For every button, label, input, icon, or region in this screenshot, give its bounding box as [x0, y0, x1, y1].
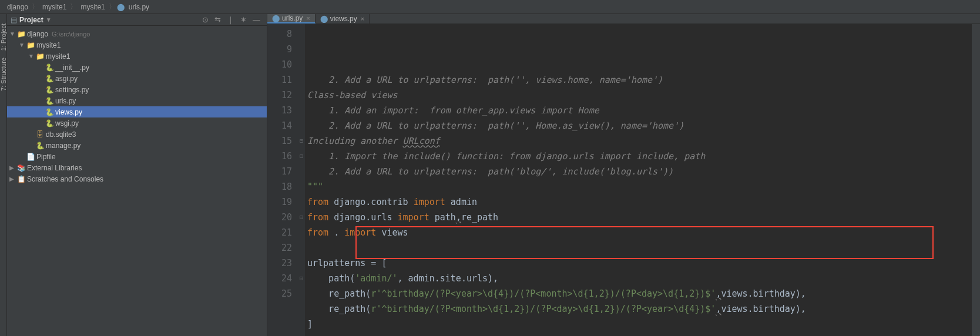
- code-line[interactable]: 2. Add a URL to urlpatterns: path('blog/…: [307, 164, 972, 179]
- code-line[interactable]: 2. Add a URL to urlpatterns: path('', Ho…: [307, 118, 972, 133]
- python-file-icon: ⬤: [320, 15, 328, 23]
- tree-item-label: Pipfile: [36, 153, 56, 161]
- code-line[interactable]: re_path(r'^birthday/(?P<month>\d{1,2})/(…: [307, 301, 972, 317]
- code-line[interactable]: 1. Add an import: from other_app.views i…: [307, 103, 972, 118]
- code-line[interactable]: [307, 332, 972, 336]
- scratch-icon: 📋: [16, 175, 26, 183]
- line-number: 23: [267, 256, 292, 271]
- project-icon: ▤: [11, 16, 17, 24]
- code-line[interactable]: path('admin/', admin.site.urls),: [307, 271, 972, 286]
- fold-marker[interactable]: ⊟: [298, 149, 305, 164]
- tree-item[interactable]: 🐍asgi.py: [7, 73, 267, 84]
- gear-icon[interactable]: ✶: [240, 15, 247, 24]
- fold-marker: [298, 240, 305, 256]
- tool-tab-structure[interactable]: 7: Structure: [0, 58, 7, 91]
- tree-item[interactable]: 🐍views.py: [7, 106, 267, 117]
- tree-item[interactable]: 🐍wsgi.py: [7, 117, 267, 129]
- tree-item[interactable]: 📁djangoG:\src\django: [7, 28, 267, 39]
- line-number: 10: [267, 57, 292, 72]
- code-line[interactable]: re_path(r'^birthday/(?P<year>\d{4})/(?P<…: [307, 286, 972, 301]
- code-line[interactable]: 1. Import the include() function: from d…: [307, 149, 972, 164]
- line-number: 24: [267, 271, 292, 286]
- txt-icon: 📄: [26, 153, 35, 161]
- code-content[interactable]: 2. Add a URL to urlpatterns: path('', vi…: [305, 24, 972, 336]
- tree-item-label: urls.py: [55, 97, 76, 105]
- py-icon: 🐍: [35, 142, 45, 150]
- chevron-down-icon[interactable]: ▼: [46, 16, 52, 23]
- dir-icon: 📁: [26, 41, 35, 49]
- tree-toggle-icon[interactable]: [19, 42, 26, 48]
- code-line[interactable]: Class-based views: [307, 88, 972, 103]
- tree-item-label: Scratches and Consoles: [27, 175, 103, 183]
- tab-label: views.py: [330, 15, 357, 23]
- tree-item[interactable]: 🐍manage.py: [7, 140, 267, 151]
- breadcrumb-item[interactable]: mysite1: [78, 3, 107, 11]
- code-line[interactable]: """: [307, 179, 972, 194]
- code-editor[interactable]: 8910111213141516171819202122232425 ⊟⊟⊟⊟ …: [267, 24, 980, 336]
- fold-marker: [298, 225, 305, 240]
- fold-gutter[interactable]: ⊟⊟⊟⊟: [298, 24, 305, 336]
- editor-area: ⬤ urls.py × ⬤ views.py × 891011121314151…: [267, 14, 980, 336]
- tree-item[interactable]: 🐍settings.py: [7, 84, 267, 95]
- tree-item-label: External Libraries: [27, 164, 82, 172]
- tree-toggle-icon[interactable]: [28, 53, 35, 59]
- breadcrumb-item[interactable]: mysite1: [40, 3, 69, 11]
- sidebar-title: Project: [19, 16, 43, 24]
- tree-item[interactable]: 📋Scratches and Consoles: [7, 173, 267, 184]
- hide-icon[interactable]: —: [253, 15, 260, 24]
- code-line[interactable]: [307, 240, 972, 256]
- code-line[interactable]: 2. Add a URL to urlpatterns: path('', vi…: [307, 72, 972, 88]
- tree-item-label: mysite1: [36, 41, 61, 49]
- close-icon[interactable]: ×: [361, 15, 364, 22]
- line-number: 17: [267, 164, 292, 179]
- tree-toggle-icon[interactable]: [9, 31, 16, 37]
- locate-icon[interactable]: ⊙: [202, 15, 209, 24]
- py-icon: 🐍: [45, 97, 54, 105]
- tree-item-label: manage.py: [46, 142, 80, 150]
- fold-marker: [298, 72, 305, 88]
- tree-item[interactable]: 🐍urls.py: [7, 95, 267, 106]
- db-icon: 🗄: [35, 130, 45, 139]
- close-icon[interactable]: ×: [306, 15, 310, 22]
- line-number: 20: [267, 210, 292, 225]
- tree-item[interactable]: 📁mysite1: [7, 51, 267, 62]
- line-number: 25: [267, 286, 292, 301]
- fold-marker: [298, 179, 305, 194]
- collapse-icon[interactable]: ｜: [227, 15, 234, 25]
- code-line[interactable]: from django.contrib import admin: [307, 194, 972, 210]
- editor-tab-views[interactable]: ⬤ views.py ×: [316, 14, 370, 23]
- code-line[interactable]: from django.urls import path,re_path: [307, 210, 972, 225]
- code-line[interactable]: ]: [307, 317, 972, 332]
- fold-marker[interactable]: ⊟: [298, 133, 305, 149]
- fold-marker[interactable]: ⊟: [298, 210, 305, 225]
- tool-tab-project[interactable]: 1: Project: [0, 23, 7, 51]
- tree-toggle-icon[interactable]: [9, 176, 16, 182]
- tree-item-label: asgi.py: [55, 75, 78, 83]
- code-line[interactable]: Including another URLconf: [307, 133, 972, 149]
- code-line[interactable]: from . import views: [307, 225, 972, 240]
- python-file-icon: ⬤: [117, 3, 125, 11]
- fold-marker: [298, 164, 305, 179]
- tree-item-label: settings.py: [55, 86, 89, 94]
- tree-toggle-icon[interactable]: [9, 164, 16, 171]
- editor-tab-urls[interactable]: ⬤ urls.py ×: [267, 14, 316, 23]
- tree-item[interactable]: 📄Pipfile: [7, 151, 267, 162]
- chevron-right-icon: 〉: [32, 2, 39, 12]
- breadcrumb-item[interactable]: django: [5, 3, 31, 11]
- project-tree[interactable]: 📁djangoG:\src\django📁mysite1📁mysite1🐍__i…: [7, 26, 267, 184]
- tree-item[interactable]: 📁mysite1: [7, 39, 267, 51]
- line-number: 8: [267, 26, 292, 42]
- tree-item[interactable]: 📚External Libraries: [7, 162, 267, 173]
- chevron-right-icon: 〉: [109, 2, 116, 12]
- breadcrumb-item[interactable]: urls.py: [126, 3, 152, 11]
- tree-item-label: __init__.py: [55, 63, 89, 72]
- expand-icon[interactable]: ⇆: [214, 15, 221, 24]
- error-stripe[interactable]: [972, 24, 980, 336]
- tree-item-label: db.sqlite3: [46, 130, 76, 139]
- tree-item[interactable]: 🐍__init__.py: [7, 62, 267, 73]
- dir-icon: 📁: [16, 30, 26, 38]
- line-number: 22: [267, 240, 292, 256]
- code-line[interactable]: urlpatterns = [: [307, 256, 972, 271]
- fold-marker[interactable]: ⊟: [298, 271, 305, 286]
- tree-item[interactable]: 🗄db.sqlite3: [7, 129, 267, 140]
